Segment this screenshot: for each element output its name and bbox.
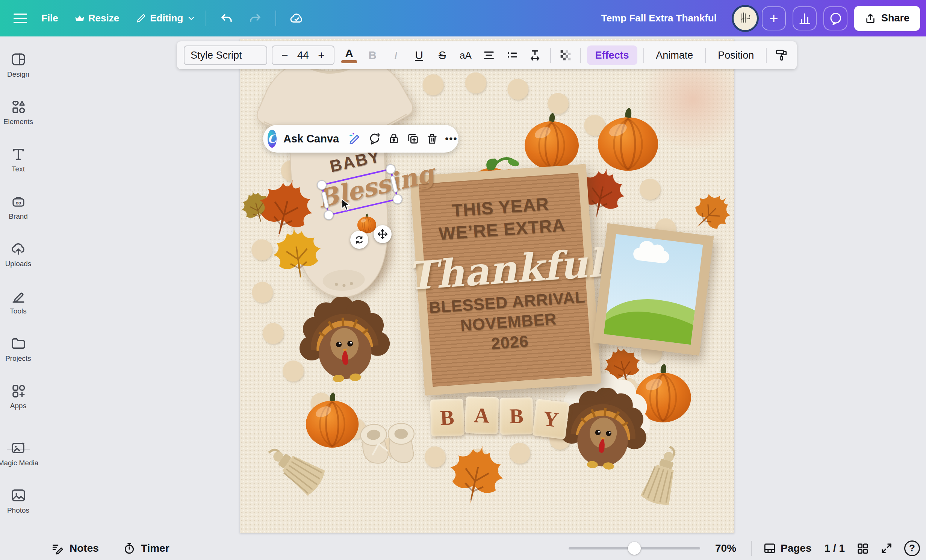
crochet-turkey — [296, 293, 392, 384]
letter-board-felt: THIS YEAR WE’RE EXTRA Thankful BLESSED A… — [419, 173, 593, 387]
letter-board[interactable]: THIS YEAR WE’RE EXTRA Thankful BLESSED A… — [410, 164, 601, 395]
notes-button[interactable]: Notes — [51, 542, 99, 555]
cloud-graphic — [632, 247, 670, 264]
sidebar-item-elements[interactable]: Elements — [0, 99, 36, 126]
comments-button[interactable] — [823, 6, 847, 30]
sidebar-item-tools[interactable]: Tools — [0, 288, 36, 315]
sidebar-item-design[interactable]: Design — [0, 51, 36, 79]
strikethrough-button[interactable]: S — [434, 45, 451, 65]
zoom-slider-thumb[interactable] — [628, 542, 641, 555]
trash-icon — [426, 133, 438, 145]
notes-icon — [51, 542, 64, 555]
transparency-checkerboard-icon — [560, 49, 572, 61]
projects-icon — [11, 336, 26, 351]
insights-button[interactable] — [793, 6, 817, 30]
timer-button[interactable]: Timer — [123, 542, 169, 555]
position-button[interactable]: Position — [712, 45, 760, 65]
redo-button[interactable] — [245, 8, 266, 29]
pages-icon — [763, 542, 776, 555]
font-size-increase-button[interactable]: + — [316, 49, 327, 62]
lock-button[interactable] — [388, 131, 400, 146]
fullscreen-button[interactable] — [880, 542, 893, 555]
invite-member-button[interactable]: + — [762, 6, 786, 30]
avatar[interactable] — [732, 5, 759, 32]
share-button[interactable]: Share — [854, 6, 920, 31]
header-left-group: File Resize Editing — [0, 0, 307, 36]
sidebar-item-uploads[interactable]: Uploads — [0, 241, 36, 268]
letter-block[interactable]: B — [499, 397, 533, 435]
canva-editor: THIS YEAR WE’RE EXTRA Thankful BLESSED A… — [0, 0, 926, 560]
maple-leaf — [684, 185, 734, 240]
move-handle[interactable] — [374, 225, 392, 243]
sidebar-label: Design — [7, 70, 29, 79]
pages-button[interactable]: Pages — [763, 542, 812, 555]
cloud-save-status[interactable] — [286, 8, 307, 29]
duplicate-icon — [407, 132, 419, 145]
sidebar-label: Apps — [10, 402, 26, 410]
delete-button[interactable] — [426, 131, 438, 146]
main-menu-button[interactable] — [14, 14, 27, 23]
grid-view-icon — [856, 542, 869, 555]
resize-label: Resize — [88, 12, 119, 24]
sidebar-item-projects[interactable]: Projects — [0, 336, 36, 363]
animate-button[interactable]: Animate — [650, 45, 699, 65]
magic-edit-button[interactable] — [348, 131, 362, 146]
sidebar-label: Tools — [10, 307, 26, 315]
text-color-letter: A — [345, 48, 353, 59]
text-spacing-button[interactable] — [527, 45, 544, 65]
text-case-button[interactable]: aA — [457, 45, 474, 65]
add-comment-button[interactable] — [368, 131, 381, 146]
alignment-button[interactable] — [480, 45, 498, 65]
letter-block[interactable]: B — [430, 398, 464, 436]
sidebar-label: Text — [12, 165, 25, 173]
underline-button[interactable]: U — [410, 45, 428, 65]
document-title[interactable]: Temp Fall Extra Thankful — [601, 12, 717, 24]
mouse-cursor — [340, 198, 352, 211]
photo-frame-placeholder[interactable] — [593, 223, 714, 356]
zoom-percentage[interactable]: 70% — [711, 542, 740, 554]
design-canvas-page[interactable]: THIS YEAR WE’RE EXTRA Thankful BLESSED A… — [240, 39, 734, 533]
rotate-icon — [354, 235, 364, 245]
resize-button[interactable]: Resize — [75, 12, 119, 24]
board-line-5[interactable]: 2026 — [490, 331, 529, 354]
sidebar-item-magic-media[interactable]: Magic Media — [0, 440, 36, 467]
pages-label: Pages — [781, 542, 812, 554]
canva-assistant-icon[interactable]: C — [268, 130, 277, 148]
letter-block[interactable]: A — [465, 396, 499, 434]
pumpkin — [598, 108, 658, 171]
undo-button[interactable] — [216, 8, 237, 29]
font-size-stepper: − 44 + — [272, 45, 334, 65]
ask-canva-button[interactable]: Ask Canva — [283, 133, 339, 145]
duplicate-button[interactable] — [407, 131, 419, 146]
effects-button[interactable]: Effects — [587, 45, 637, 65]
sidebar-item-apps[interactable]: Apps — [0, 383, 36, 410]
move-icon — [377, 229, 388, 239]
rotate-handle[interactable] — [350, 231, 368, 249]
svg-text:co: co — [15, 200, 21, 206]
bold-button[interactable]: B — [364, 45, 381, 65]
copy-style-button[interactable] — [773, 45, 790, 65]
speech-bubble-icon — [829, 12, 842, 25]
sidebar-item-text[interactable]: Text — [0, 146, 36, 173]
letter-block[interactable]: Y — [532, 399, 569, 439]
redo-icon — [249, 12, 262, 25]
toolbar-divider — [705, 48, 706, 63]
file-menu-button[interactable]: File — [41, 12, 58, 24]
sidebar-item-brand[interactable]: co Brand — [0, 194, 36, 221]
help-button[interactable]: ? — [904, 540, 920, 556]
font-family-selector[interactable]: Style Script — [184, 45, 267, 65]
font-size-decrease-button[interactable]: − — [279, 49, 291, 62]
list-button[interactable] — [504, 45, 521, 65]
maple-leaf — [444, 440, 509, 509]
transparency-button[interactable] — [557, 45, 574, 65]
editing-mode-selector[interactable]: Editing — [136, 12, 196, 24]
grid-view-button[interactable] — [856, 542, 869, 555]
object-panel-rail: Design Elements Text co Brand — [0, 36, 36, 560]
more-options-button[interactable]: ••• — [445, 133, 457, 145]
text-color-button[interactable]: A — [340, 45, 358, 65]
pencil-icon — [136, 13, 146, 24]
italic-button[interactable]: I — [387, 45, 404, 65]
sidebar-item-photos[interactable]: Photos — [0, 487, 36, 515]
zoom-slider[interactable] — [569, 547, 700, 549]
font-size-value[interactable]: 44 — [297, 49, 309, 61]
